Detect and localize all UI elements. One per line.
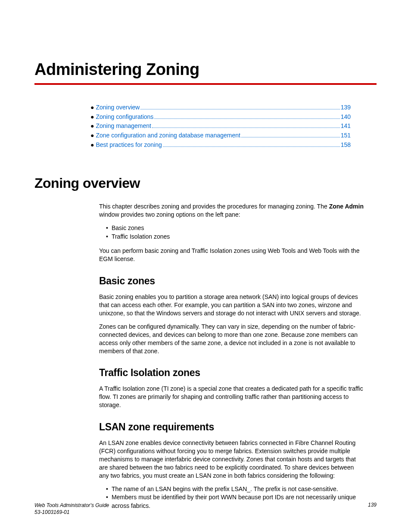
subhead-basic-zones: Basic zones: [99, 275, 364, 287]
list-item: •Basic zones: [104, 224, 364, 233]
footer-doc-title: Web Tools Administrator's Guide: [34, 502, 109, 509]
toc-label: Zone configuration and zoning database m…: [96, 131, 240, 140]
toc-item[interactable]: ● Zoning overview 139: [90, 103, 351, 112]
toc-leader: [154, 118, 339, 119]
chapter-title: Administering Zoning: [34, 60, 377, 79]
table-of-contents: ● Zoning overview 139 ● Zoning configura…: [90, 103, 351, 149]
toc-leader: [140, 109, 339, 109]
list-item: •The name of an LSAN begins with the pre…: [104, 485, 364, 494]
bullet-icon: ●: [90, 121, 94, 131]
bullet-icon: •: [106, 485, 108, 494]
toc-page: 151: [341, 131, 351, 140]
toc-item[interactable]: ● Zone configuration and zoning database…: [90, 131, 351, 140]
bullet-icon: ●: [90, 131, 94, 140]
toc-item[interactable]: ● Zoning management 141: [90, 121, 351, 131]
toc-leader: [241, 137, 340, 137]
toc-leader: [163, 146, 340, 147]
toc-label: Zoning configurations: [96, 112, 153, 122]
bullet-icon: •: [106, 233, 108, 241]
toc-item[interactable]: ● Best practices for zoning 158: [90, 140, 351, 150]
bullet-icon: ●: [90, 140, 94, 150]
list-item-text: The name of an LSAN begins with the pref…: [112, 485, 338, 494]
text-bold: Zone Admin: [329, 203, 364, 210]
toc-page: 139: [341, 103, 351, 112]
toc-page: 140: [341, 112, 351, 122]
ti-p1: A Traffic Isolation zone (TI zone) is a …: [99, 385, 364, 409]
list-item-text: Traffic Isolation zones: [112, 233, 170, 241]
bullet-icon: ●: [90, 103, 94, 112]
text: window provides two zoning options on th…: [99, 211, 240, 218]
basic-p2: Zones can be configured dynamically. The…: [99, 323, 364, 355]
toc-page: 158: [341, 140, 351, 150]
lsan-p1: An LSAN zone enables device connectivity…: [99, 439, 364, 479]
toc-item[interactable]: ● Zoning configurations 140: [90, 112, 351, 122]
bullet-icon: ●: [90, 112, 94, 122]
title-rule: [34, 83, 377, 85]
subhead-lsan: LSAN zone requirements: [99, 421, 364, 433]
toc-label: Zoning overview: [96, 103, 140, 112]
toc-label: Best practices for zoning: [96, 140, 162, 150]
subhead-ti-zones: Traffic Isolation zones: [99, 367, 364, 379]
list-item-text: Basic zones: [112, 224, 144, 233]
footer-doc-number: 53-1003169-01: [34, 509, 109, 516]
footer-page-number: 139: [368, 502, 377, 516]
page-footer: Web Tools Administrator's Guide 53-10031…: [34, 502, 377, 516]
list-item: •Traffic Isolation zones: [104, 233, 364, 241]
section-title-overview: Zoning overview: [34, 175, 377, 191]
basic-p1: Basic zoning enables you to partition a …: [99, 293, 364, 317]
toc-leader: [152, 128, 340, 128]
text: This chapter describes zoning and provid…: [99, 203, 329, 210]
bullet-icon: •: [106, 224, 108, 233]
overview-intro: This chapter describes zoning and provid…: [99, 202, 364, 219]
overview-options-list: •Basic zones •Traffic Isolation zones: [99, 224, 364, 241]
toc-page: 141: [341, 121, 351, 131]
overview-tail: You can perform basic zoning and Traffic…: [99, 247, 364, 263]
toc-label: Zoning management: [96, 121, 151, 131]
